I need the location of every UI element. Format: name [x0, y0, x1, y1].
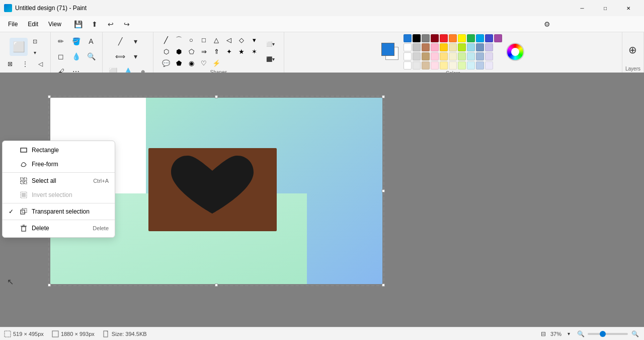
menu-item-select-all[interactable]: Select all Ctrl+A: [3, 174, 115, 188]
color-swatch[interactable]: [422, 52, 430, 60]
color-swatch[interactable]: [458, 34, 466, 42]
shape-star4[interactable]: ✦: [223, 46, 235, 57]
shape-lightning[interactable]: ⚡: [210, 57, 222, 69]
shape-penta[interactable]: ⬠: [185, 46, 197, 57]
color-swatch[interactable]: [431, 43, 439, 51]
color-swatch[interactable]: [485, 52, 493, 60]
color-swatch[interactable]: [467, 43, 475, 51]
shape-right-arrow[interactable]: ⇒: [198, 46, 210, 57]
color-swatch[interactable]: [431, 52, 439, 60]
shape-line[interactable]: ╱: [160, 34, 172, 45]
brush-dropdown[interactable]: ▾: [128, 34, 142, 48]
color-swatch[interactable]: [422, 43, 430, 51]
color-swatch[interactable]: [440, 61, 448, 70]
shape-callout[interactable]: 💬: [160, 57, 172, 69]
color-swatch[interactable]: [449, 43, 457, 51]
color-swatch[interactable]: [413, 61, 421, 70]
brush-extra[interactable]: ▾: [128, 49, 142, 63]
foreground-color[interactable]: [381, 43, 394, 56]
shape-rtriangle[interactable]: ◁: [223, 34, 235, 45]
color-swatch[interactable]: [422, 61, 430, 70]
color-swatch[interactable]: [413, 52, 421, 60]
settings-button[interactable]: ⚙: [540, 17, 554, 31]
eraser-small-button[interactable]: ◁: [33, 58, 47, 70]
color-swatch[interactable]: [404, 52, 412, 60]
color-swatch[interactable]: [494, 34, 502, 42]
brush-type-1[interactable]: ╱: [113, 34, 127, 48]
color-swatch[interactable]: [440, 52, 448, 60]
shape-oval[interactable]: ○: [185, 34, 197, 45]
selection-tool-button[interactable]: ⬜: [10, 38, 28, 56]
color-swatch[interactable]: [476, 34, 484, 42]
color-swatch[interactable]: [485, 61, 493, 70]
select-region-button[interactable]: ⊠: [3, 58, 17, 70]
fill-button[interactable]: ⬛▾: [263, 52, 277, 66]
color-swatch[interactable]: [440, 43, 448, 51]
shape-more[interactable]: ▾: [248, 34, 260, 45]
shape-circle[interactable]: ◉: [185, 57, 197, 69]
color-wheel-button[interactable]: [506, 43, 524, 61]
shape-rect[interactable]: □: [198, 34, 210, 45]
shape-star6[interactable]: ✶: [248, 46, 260, 57]
color-swatch[interactable]: [476, 43, 484, 51]
menu-item-rectangle[interactable]: Rectangle: [3, 143, 115, 157]
color-picker-tool[interactable]: 💧: [69, 49, 83, 63]
color-swatch[interactable]: [467, 52, 475, 60]
shape-up-arrow[interactable]: ⇑: [210, 46, 222, 57]
color-swatch[interactable]: [485, 43, 493, 51]
menu-item-transparent-selection[interactable]: ✓ Transparent selection: [3, 205, 115, 219]
save-button[interactable]: 💾: [71, 17, 86, 31]
undo-button[interactable]: ↩: [104, 17, 118, 31]
outline-button[interactable]: ⬜▾: [263, 37, 277, 51]
close-button[interactable]: ✕: [617, 0, 640, 16]
zoom-thumb[interactable]: [600, 331, 606, 337]
crop-button[interactable]: ⊡: [29, 36, 41, 46]
menu-view[interactable]: View: [44, 19, 65, 30]
zoom-slider[interactable]: [588, 333, 628, 335]
shape-heart[interactable]: ♡: [198, 57, 210, 69]
color-swatch[interactable]: [413, 43, 421, 51]
maximize-button[interactable]: □: [594, 0, 617, 16]
color-swatch[interactable]: [422, 34, 430, 42]
shape-triangle[interactable]: △: [210, 34, 222, 45]
shape-speech[interactable]: ⬟: [173, 57, 185, 69]
zoom-dropdown-button[interactable]: ▾: [564, 329, 574, 339]
eraser-tool[interactable]: ◻: [54, 49, 68, 63]
shape-hex[interactable]: ⬢: [173, 46, 185, 57]
fit-view-button[interactable]: ⊟: [538, 329, 548, 339]
active-colors[interactable]: [381, 43, 399, 61]
color-swatch[interactable]: [458, 52, 466, 60]
color-swatch[interactable]: [440, 34, 448, 42]
color-swatch[interactable]: [449, 52, 457, 60]
zoom-out-button[interactable]: 🔍: [576, 329, 586, 339]
fill-tool[interactable]: 🪣: [69, 34, 83, 48]
share-button[interactable]: ⬆: [88, 17, 102, 31]
color-swatch[interactable]: [431, 34, 439, 42]
shape-star5[interactable]: ★: [235, 46, 248, 57]
color-swatch[interactable]: [449, 61, 457, 70]
color-swatch[interactable]: [413, 34, 421, 42]
color-swatch[interactable]: [467, 61, 475, 70]
menu-file[interactable]: File: [4, 19, 22, 30]
magnifier-tool[interactable]: 🔍: [84, 49, 98, 63]
shape-para[interactable]: ⬡: [160, 46, 172, 57]
pencil-tool[interactable]: ✏: [54, 34, 68, 48]
fill-select-button[interactable]: ⋮: [18, 58, 32, 70]
color-swatch[interactable]: [485, 34, 493, 42]
shape-curve[interactable]: ⌒: [173, 34, 185, 45]
text-tool[interactable]: A: [84, 34, 98, 48]
selection-dropdown-button[interactable]: ▾: [29, 47, 41, 57]
color-swatch[interactable]: [476, 52, 484, 60]
move-tool[interactable]: ⟺: [113, 49, 127, 63]
color-swatch[interactable]: [476, 61, 484, 70]
menu-edit[interactable]: Edit: [24, 19, 42, 30]
color-swatch[interactable]: [404, 43, 412, 51]
menu-item-free-form[interactable]: Free-form: [3, 157, 115, 171]
color-swatch[interactable]: [404, 61, 412, 70]
color-swatch[interactable]: [467, 34, 475, 42]
color-swatch[interactable]: [449, 34, 457, 42]
color-swatch[interactable]: [431, 61, 439, 70]
redo-button[interactable]: ↪: [120, 17, 134, 31]
shape-diamond[interactable]: ◇: [235, 34, 248, 45]
color-swatch[interactable]: [458, 43, 466, 51]
